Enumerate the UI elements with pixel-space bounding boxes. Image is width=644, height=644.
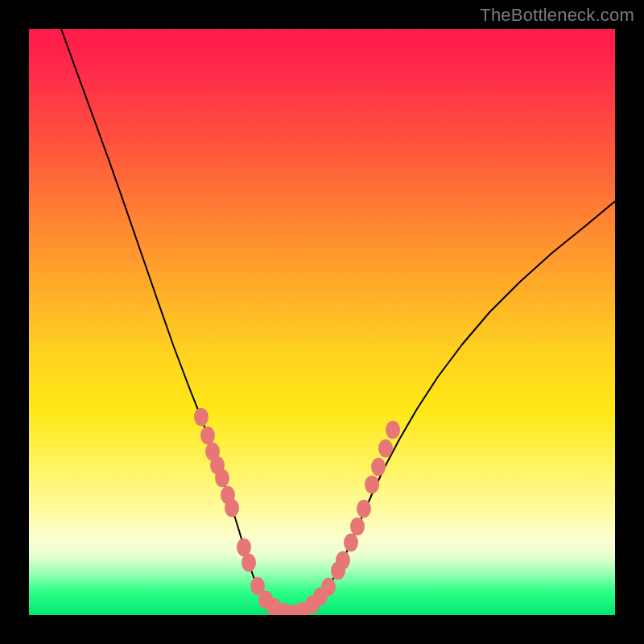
chart-svg bbox=[29, 29, 615, 615]
data-marker bbox=[350, 518, 365, 536]
data-marker bbox=[357, 500, 371, 518]
data-marker bbox=[365, 476, 379, 494]
data-marker bbox=[344, 534, 358, 552]
marker-group bbox=[194, 408, 400, 615]
data-marker bbox=[371, 458, 386, 477]
data-marker bbox=[225, 499, 239, 518]
watermark-text: TheBottleneck.com bbox=[480, 5, 634, 26]
data-marker bbox=[321, 578, 336, 597]
data-marker bbox=[194, 408, 208, 427]
data-marker bbox=[378, 440, 393, 458]
data-marker bbox=[242, 554, 256, 572]
data-marker bbox=[200, 427, 215, 445]
bottleneck-curve bbox=[61, 29, 615, 613]
data-marker bbox=[336, 551, 350, 570]
plot-area bbox=[29, 29, 615, 615]
data-marker bbox=[386, 421, 400, 440]
data-marker bbox=[215, 469, 229, 488]
chart-stage: TheBottleneck.com bbox=[0, 0, 644, 644]
